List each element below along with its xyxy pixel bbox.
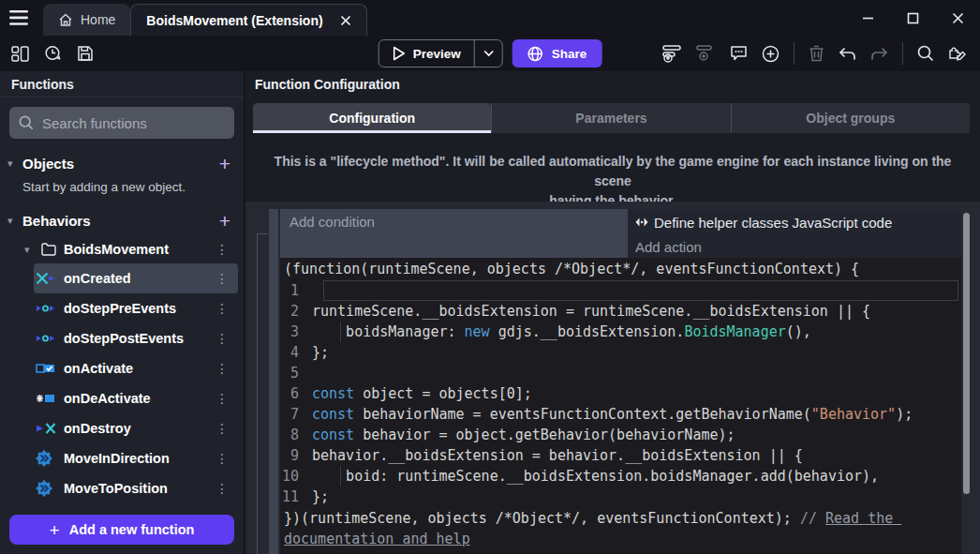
close-tab-icon[interactable]	[340, 15, 351, 26]
close-window-icon	[952, 12, 964, 24]
add-behavior-button[interactable]: +	[219, 211, 230, 231]
share-button[interactable]: Share	[512, 39, 602, 67]
history-button[interactable]	[44, 45, 62, 62]
extension-edit-icon	[948, 45, 967, 63]
function-item-movetoposition[interactable]: MoveToPosition ⋮	[34, 473, 238, 503]
kebab-menu-icon[interactable]: ⋮	[214, 421, 230, 436]
save-button[interactable]	[77, 45, 94, 62]
behavior-group-label: BoidsMovement	[64, 242, 169, 257]
tab-parameters[interactable]: Parameters	[491, 103, 730, 133]
code-editor[interactable]: (function(runtimeScene, objects /*Object…	[280, 258, 961, 554]
close-window-button[interactable]	[935, 0, 980, 36]
titlebar: Home BoidsMovement (Extension)	[0, 0, 980, 36]
function-item-oncreated[interactable]: onCreated ⋮	[34, 263, 238, 293]
behaviors-section-header: ▾ Behaviors +	[0, 205, 244, 235]
function-item-label: MoveInDirection	[64, 451, 170, 466]
add-new-function-button[interactable]: + Add a new function	[9, 515, 234, 545]
function-item-label: doStepPreEvents	[64, 301, 176, 316]
collapse-caret-icon[interactable]: ▾	[7, 157, 22, 170]
search-functions-input[interactable]: Search functions	[9, 107, 234, 139]
add-condition-icon	[662, 45, 682, 63]
function-item-label: onDeActivate	[64, 391, 151, 406]
add-condition-button[interactable]	[662, 45, 682, 63]
content: Functions Search functions ▾ Objects + S…	[0, 71, 980, 554]
preview-options-button[interactable]	[474, 40, 502, 67]
description-line1: This is a "lifecycle method". It will be…	[264, 152, 961, 191]
history-icon	[44, 45, 62, 62]
kebab-menu-icon[interactable]: ⋮	[214, 391, 230, 406]
add-action-button[interactable]	[696, 45, 716, 63]
tab-configuration[interactable]: Configuration	[253, 103, 491, 133]
globe-icon	[527, 46, 543, 62]
add-new-function-label: Add a new function	[69, 522, 195, 537]
event-title: Define helper classes JavaScript code	[628, 209, 961, 235]
event-drag-handle[interactable]	[269, 209, 278, 554]
kebab-menu-icon[interactable]: ⋮	[214, 361, 230, 376]
behaviors-section-label: Behaviors	[22, 213, 91, 229]
configuration-tabs: Configuration Parameters Object groups	[253, 103, 970, 133]
lifecycle-description: This is a "lifecycle method". It will be…	[245, 133, 980, 202]
toggle-panels-button[interactable]	[11, 46, 29, 62]
kebab-menu-icon[interactable]: ⋮	[214, 271, 230, 286]
preview-button[interactable]: Preview	[379, 40, 474, 67]
maximize-button[interactable]	[890, 0, 935, 36]
folder-icon	[41, 243, 56, 256]
undo-button[interactable]	[839, 47, 856, 61]
document-tabs: Home BoidsMovement (Extension)	[43, 0, 367, 36]
minimize-icon	[862, 12, 874, 24]
code-icon	[635, 217, 648, 227]
kebab-menu-icon[interactable]: ⋮	[214, 451, 230, 466]
kebab-menu-icon[interactable]: ⋮	[214, 481, 230, 496]
event-group-bracket	[257, 233, 268, 554]
kebab-menu-icon[interactable]: ⋮	[214, 242, 230, 257]
function-item-ondeactivate[interactable]: onDeActivate ⋮	[34, 383, 238, 413]
toolbar: Preview Share	[0, 36, 980, 71]
search-events-button[interactable]	[917, 45, 934, 62]
toolbar-right-icons	[662, 42, 980, 65]
events-scrollbar[interactable]	[963, 213, 970, 494]
main-menu-button[interactable]	[0, 0, 37, 36]
toolbar-divider	[794, 42, 794, 65]
add-event-button[interactable]	[762, 45, 780, 63]
preview-split-button: Preview	[379, 39, 503, 67]
collapse-caret-icon[interactable]: ▾	[7, 215, 22, 227]
maximize-icon	[907, 12, 919, 24]
add-object-button[interactable]: +	[219, 154, 230, 173]
behavior-group-boidsmovement[interactable]: ▾ BoidsMovement ⋮	[0, 235, 244, 263]
preview-label: Preview	[413, 47, 461, 61]
add-comment-button[interactable]	[730, 45, 748, 62]
tab-home[interactable]: Home	[43, 4, 130, 36]
minimize-button[interactable]	[845, 0, 890, 36]
code-footer: })(runtimeScene, objects /*Object*/, eve…	[280, 507, 961, 550]
function-item-dosteppostevents[interactable]: doStepPostEvents ⋮	[34, 323, 238, 353]
tab-boidsmovement[interactable]: BoidsMovement (Extension)	[130, 4, 366, 36]
search-icon	[917, 45, 934, 62]
function-item-ondestroy[interactable]: onDestroy ⋮	[34, 413, 238, 443]
page-title: Function Configuration	[245, 71, 980, 97]
dostep-icon	[36, 331, 56, 346]
delete-button[interactable]	[809, 45, 824, 62]
redo-button[interactable]	[870, 47, 888, 61]
code-header-line: (function(runtimeScene, objects /*Object…	[280, 258, 961, 280]
undo-icon	[839, 47, 856, 61]
gear-icon	[36, 480, 52, 497]
function-item-onactivate[interactable]: onActivate ⋮	[34, 353, 238, 383]
add-action-button[interactable]: Add action	[628, 235, 961, 258]
collapse-caret-icon[interactable]: ▾	[24, 244, 41, 256]
edit-extension-button[interactable]	[948, 45, 967, 63]
function-item-moveindirection[interactable]: MoveInDirection ⋮	[34, 443, 238, 473]
panels-icon	[11, 46, 29, 62]
ondeactivate-icon	[36, 391, 56, 406]
comment-icon	[730, 45, 748, 62]
trash-icon	[809, 45, 824, 62]
code-lines: 12runtimeScene.__boidsExtension = runtim…	[280, 280, 961, 507]
main-panel: Function Configuration Configuration Par…	[245, 71, 980, 554]
tab-object-groups[interactable]: Object groups	[731, 103, 970, 133]
function-item-dosteppreevents[interactable]: doStepPreEvents ⋮	[34, 293, 238, 323]
kebab-menu-icon[interactable]: ⋮	[214, 301, 230, 316]
toolbar-center: Preview Share	[379, 39, 602, 67]
add-condition-button[interactable]: Add condition	[280, 209, 628, 258]
function-item-label: onActivate	[64, 361, 133, 376]
kebab-menu-icon[interactable]: ⋮	[214, 331, 230, 346]
add-action-icon	[696, 45, 716, 63]
